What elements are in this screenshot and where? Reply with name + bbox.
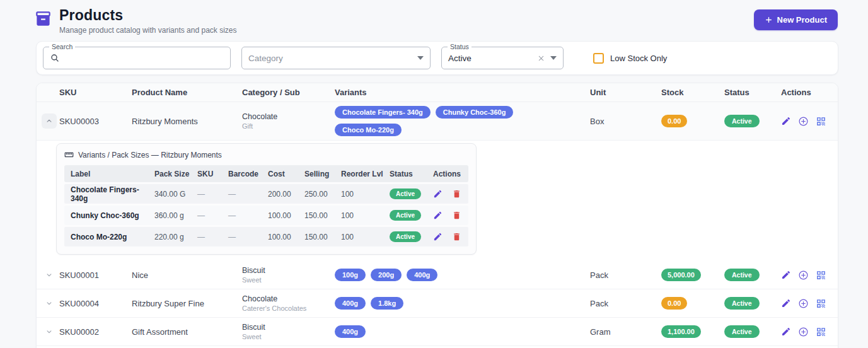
row-product-name: Ritzbury Super Fine (132, 299, 242, 308)
row-product-name: Gift Assortment (132, 327, 242, 337)
barcode-button[interactable] (816, 116, 826, 127)
row-unit: Box (590, 117, 661, 126)
ruler-icon (64, 150, 74, 160)
variant-pack-size: 220.00 g (154, 233, 197, 241)
expand-row-button[interactable] (42, 296, 57, 311)
add-variant-button[interactable] (798, 270, 809, 281)
pencil-icon (781, 116, 791, 126)
row-sku: SKU00003 (59, 117, 132, 126)
variant-column-header-sku: SKU (197, 170, 228, 178)
stock-badge: 5,000.00 (661, 269, 701, 281)
variant-chips: 400g (335, 322, 590, 342)
edit-variant-button[interactable] (433, 232, 443, 241)
plus-circle-icon (798, 298, 809, 309)
variant-header-row: LabelPack SizeSKUBarcodeCostSellingReord… (64, 165, 468, 182)
column-header-variants: Variants (335, 88, 590, 97)
column-header-category-sub: Category / Sub (242, 88, 335, 97)
variant-chip: 400g (335, 325, 366, 338)
row-unit: Pack (590, 299, 661, 308)
stock-badge: 1,100.00 (661, 325, 701, 338)
pencil-icon (781, 327, 791, 337)
variant-pack-size: 360.00 g (154, 211, 197, 220)
trash-icon (452, 232, 461, 241)
variant-pack-size: 340.00 G (154, 190, 197, 199)
variant-column-header-reorder-lvl: Reorder Lvl (341, 170, 390, 178)
clear-icon[interactable] (537, 54, 545, 62)
variant-sku: — (197, 211, 228, 220)
barcode-button[interactable] (816, 270, 826, 281)
variant-column-header-barcode: Barcode (228, 170, 268, 178)
add-variant-button[interactable] (798, 298, 809, 309)
variant-status-badge: Active (390, 188, 421, 199)
variant-reorder-level: 100 (341, 190, 390, 199)
expand-row-button[interactable] (42, 267, 57, 282)
edit-variant-button[interactable] (433, 211, 443, 220)
search-icon (50, 53, 60, 63)
delete-variant-button[interactable] (452, 189, 461, 199)
new-product-button[interactable]: New Product (754, 9, 838, 30)
row-product-name: Nice (132, 270, 242, 280)
page-title: Products (59, 7, 237, 24)
variant-rows: Chocolate Fingers- 340g 340.00 G — — 200… (64, 184, 468, 246)
row-unit: Pack (590, 270, 661, 280)
status-badge: Active (724, 297, 760, 310)
status-select[interactable]: Status Active (441, 47, 564, 69)
stock-badge: 0.00 (661, 297, 687, 310)
low-stock-label: Low Stock Only (610, 54, 667, 63)
variant-chip: 200g (371, 269, 402, 281)
edit-product-button[interactable] (781, 327, 791, 337)
category-select[interactable]: Category (241, 47, 431, 69)
pencil-icon (433, 232, 443, 241)
pencil-icon (433, 211, 443, 220)
row-subcategory: Sweet (242, 276, 330, 284)
edit-variant-button[interactable] (433, 189, 443, 199)
plus-circle-icon (798, 116, 809, 127)
variant-chip: 1.8kg (371, 297, 403, 310)
new-product-label: New Product (777, 15, 827, 25)
variant-status-badge: Active (390, 231, 421, 242)
filter-bar: Search Category Status Active Low Stock … (36, 41, 838, 75)
search-input[interactable] (64, 54, 224, 63)
variant-column-header-label: Label (64, 170, 154, 178)
edit-product-button[interactable] (781, 298, 791, 308)
variant-column-header-status: Status (390, 170, 433, 178)
row-sku: SKU00002 (59, 327, 132, 337)
variant-column-header-actions: Actions (433, 170, 468, 178)
trash-icon (452, 189, 461, 199)
variant-selling: 250.00 (304, 190, 341, 199)
variant-status-badge: Active (390, 210, 421, 221)
row-category: Chocolate (242, 112, 330, 121)
variant-label: Choco Mo-220g (64, 233, 154, 241)
expand-row-button[interactable] (42, 113, 57, 129)
variant-chip: 400g (407, 269, 437, 281)
variant-column-header-cost: Cost (268, 170, 304, 178)
trash-icon (452, 211, 461, 220)
category-placeholder: Category (248, 54, 417, 63)
variant-row: Chunky Choc-360g 360.00 g — — 100.00 150… (64, 206, 468, 225)
barcode-button[interactable] (816, 298, 826, 309)
add-variant-button[interactable] (798, 116, 809, 127)
row-subcategory: Caterer's Chocolates (242, 304, 330, 312)
plus-icon (765, 16, 773, 24)
column-header-sku: SKU (59, 88, 132, 97)
row-sku: SKU00001 (59, 270, 132, 280)
variant-chip: Chocolate Fingers- 340g (335, 106, 431, 119)
variant-barcode: — (228, 211, 268, 220)
expand-row-button[interactable] (42, 324, 57, 339)
add-variant-button[interactable] (798, 327, 809, 337)
edit-product-button[interactable] (781, 270, 791, 280)
status-value: Active (448, 54, 537, 63)
edit-product-button[interactable] (781, 116, 791, 126)
variant-reorder-level: 100 (341, 211, 390, 220)
delete-variant-button[interactable] (452, 232, 461, 241)
delete-variant-button[interactable] (452, 211, 461, 220)
barcode-button[interactable] (816, 327, 826, 337)
table-row: SKU00004 Ritzbury Super Fine Chocolate C… (37, 289, 838, 318)
low-stock-checkbox[interactable]: Low Stock Only (593, 53, 667, 64)
table-row: SKU00002 Gift Assortment Biscuit Sweet 4… (37, 318, 838, 346)
search-field[interactable]: Search (43, 47, 231, 69)
chevron-down-icon (45, 270, 54, 279)
variant-cost: 200.00 (268, 190, 304, 199)
variant-sku: — (197, 190, 228, 199)
variant-chips: 100g200g400g (335, 265, 590, 285)
